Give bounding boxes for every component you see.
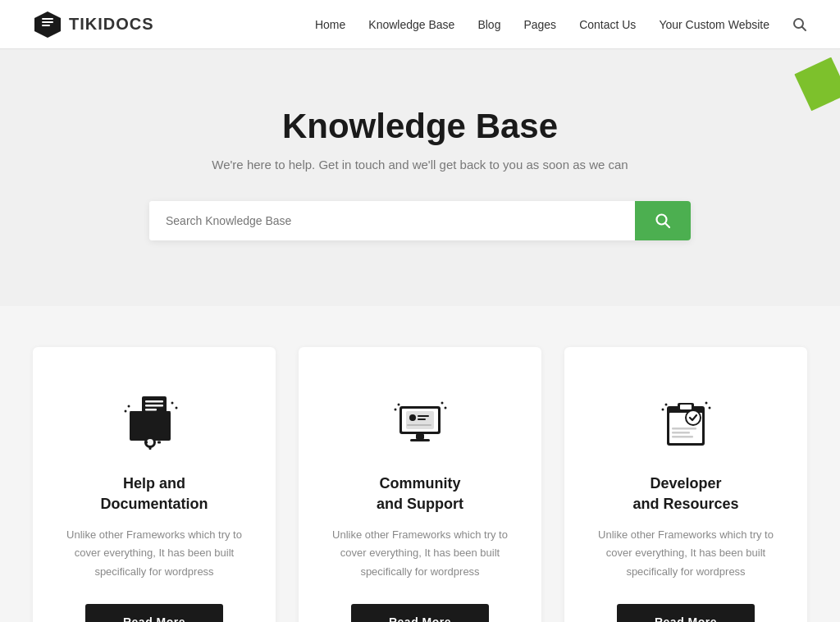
search-button-icon <box>655 213 671 229</box>
svg-rect-29 <box>418 418 426 420</box>
svg-point-36 <box>445 407 447 409</box>
logo[interactable]: TIKIDOCS <box>33 10 154 39</box>
svg-rect-1 <box>42 18 53 20</box>
cards-section: Help andDocumentation Unlike other Frame… <box>0 306 840 622</box>
card-developer-desc: Unlike other Frameworks which try to cov… <box>589 526 783 580</box>
search-button[interactable] <box>635 201 691 240</box>
svg-rect-28 <box>418 415 429 417</box>
hero-title: Knowledge Base <box>33 107 807 146</box>
logo-icon <box>33 10 62 39</box>
developer-icon <box>649 388 723 454</box>
svg-rect-11 <box>145 400 163 403</box>
svg-rect-13 <box>145 409 157 411</box>
logo-text: TIKIDOCS <box>69 15 154 34</box>
card-help-docs-desc: Unlike other Frameworks which try to cov… <box>57 526 251 580</box>
svg-rect-19 <box>144 441 148 444</box>
card-community: Communityand Support Unlike other Framew… <box>299 347 541 622</box>
svg-point-41 <box>686 410 701 425</box>
card-developer-button[interactable]: Read More <box>617 604 755 622</box>
svg-rect-42 <box>672 428 696 430</box>
hero-subtitle: We're here to help. Get in touch and we'… <box>33 158 807 172</box>
svg-rect-16 <box>149 435 152 438</box>
nav-custom-website[interactable]: Your Custom Website <box>659 18 769 31</box>
svg-point-23 <box>176 407 178 409</box>
nav-contact[interactable]: Contact Us <box>579 18 636 31</box>
svg-rect-18 <box>158 441 161 444</box>
svg-point-33 <box>398 404 400 406</box>
svg-rect-30 <box>407 424 431 426</box>
svg-point-34 <box>395 409 397 411</box>
card-developer: Developerand Resources Unlike other Fram… <box>564 347 807 622</box>
nav-pages[interactable]: Pages <box>523 18 556 31</box>
svg-point-46 <box>662 409 664 411</box>
svg-point-27 <box>409 414 416 421</box>
card-community-title: Communityand Support <box>323 473 517 515</box>
header: TIKIDOCS Home Knowledge Base Blog Pages … <box>0 0 840 49</box>
decoration <box>774 57 840 139</box>
card-community-button[interactable]: Read More <box>351 604 489 622</box>
svg-rect-17 <box>149 446 152 450</box>
search-input[interactable] <box>149 201 635 240</box>
search-icon-nav[interactable] <box>792 17 807 32</box>
svg-point-15 <box>147 439 153 446</box>
cards-grid: Help andDocumentation Unlike other Frame… <box>33 347 807 622</box>
svg-point-22 <box>171 402 174 405</box>
card-community-desc: Unlike other Frameworks which try to cov… <box>323 526 517 580</box>
svg-rect-10 <box>142 396 167 419</box>
nav-blog[interactable]: Blog <box>477 18 500 31</box>
svg-line-7 <box>665 223 669 227</box>
main-nav: Home Knowledge Base Blog Pages Contact U… <box>315 17 807 32</box>
svg-rect-31 <box>416 434 424 439</box>
card-developer-title: Developerand Resources <box>589 473 783 515</box>
svg-point-35 <box>441 402 444 405</box>
help-doc-icon <box>117 388 191 454</box>
nav-home[interactable]: Home <box>315 18 345 31</box>
card-help-docs: Help andDocumentation Unlike other Frame… <box>33 347 276 622</box>
card-help-docs-button[interactable]: Read More <box>85 604 223 622</box>
svg-rect-43 <box>672 432 690 434</box>
svg-rect-3 <box>42 25 50 26</box>
svg-point-47 <box>705 402 708 405</box>
svg-rect-40 <box>680 405 692 409</box>
svg-point-20 <box>128 405 130 408</box>
svg-rect-32 <box>410 439 430 441</box>
svg-point-21 <box>125 410 127 413</box>
card-help-docs-title: Help andDocumentation <box>57 473 251 515</box>
svg-rect-2 <box>42 21 53 23</box>
search-bar <box>149 201 691 240</box>
svg-rect-12 <box>145 405 163 407</box>
nav-knowledge-base[interactable]: Knowledge Base <box>368 18 454 31</box>
svg-line-5 <box>802 26 806 30</box>
svg-point-48 <box>709 407 711 409</box>
community-icon <box>383 388 457 454</box>
hero-section: Knowledge Base We're here to help. Get i… <box>0 49 840 306</box>
svg-rect-44 <box>672 436 693 438</box>
svg-point-45 <box>665 404 668 406</box>
